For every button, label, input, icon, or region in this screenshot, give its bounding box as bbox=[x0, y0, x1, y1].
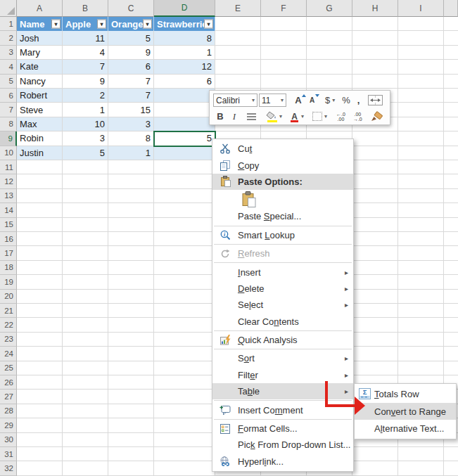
menu-item-convert-to-range[interactable]: Convert to Range bbox=[355, 403, 456, 420]
menu-item-insert[interactable]: Insert▸ bbox=[212, 264, 353, 280]
row-header-31[interactable]: 31 bbox=[0, 447, 17, 461]
menu-item-format-cells[interactable]: Format Cells... bbox=[212, 420, 353, 437]
column-header-F[interactable]: F bbox=[261, 0, 307, 17]
cell[interactable] bbox=[154, 146, 215, 160]
bold-button[interactable]: B bbox=[215, 110, 226, 123]
cell[interactable] bbox=[154, 103, 215, 117]
cell[interactable]: 8 bbox=[108, 131, 154, 146]
increase-decimal-button[interactable]: ←.0 .00 bbox=[334, 110, 348, 123]
row-header-32[interactable]: 32 bbox=[0, 461, 17, 475]
menu-item-alternative-text[interactable]: Alternative Text... bbox=[355, 420, 456, 437]
column-header-B[interactable]: B bbox=[63, 0, 108, 17]
percent-style-button[interactable]: % bbox=[340, 94, 352, 107]
column-header-C[interactable]: C bbox=[108, 0, 154, 17]
cell[interactable] bbox=[154, 117, 215, 131]
row-header-24[interactable]: 24 bbox=[0, 347, 17, 361]
row-header-5[interactable]: 5 bbox=[0, 75, 17, 89]
row-header-27[interactable]: 27 bbox=[0, 390, 17, 404]
row-header-25[interactable]: 25 bbox=[0, 361, 17, 375]
menu-item-filter[interactable]: Filter▸ bbox=[212, 367, 353, 383]
cell[interactable]: 12 bbox=[154, 60, 215, 74]
fill-color-button[interactable]: ▾ bbox=[264, 110, 284, 123]
row-header-18[interactable]: 18 bbox=[0, 261, 17, 275]
cell[interactable]: 10 bbox=[63, 117, 108, 131]
row-header-21[interactable]: 21 bbox=[0, 304, 17, 318]
grow-font-button[interactable]: A bbox=[291, 94, 305, 107]
menu-item-table[interactable]: Table▸ bbox=[212, 383, 353, 399]
menu-item-paste-options[interactable]: Paste Options: bbox=[212, 174, 353, 190]
cell[interactable]: 4 bbox=[63, 46, 108, 60]
cell[interactable]: Max bbox=[17, 117, 63, 131]
menu-item-sort[interactable]: Sort▸ bbox=[212, 350, 353, 366]
cell[interactable] bbox=[154, 89, 215, 103]
row-header-17[interactable]: 17 bbox=[0, 246, 17, 260]
row-header-23[interactable]: 23 bbox=[0, 333, 17, 347]
row-header-26[interactable]: 26 bbox=[0, 375, 17, 390]
row-header-1[interactable]: 1 bbox=[0, 17, 17, 31]
font-size-select[interactable]: 11 ▾ bbox=[259, 94, 286, 107]
cell[interactable]: Justin bbox=[17, 146, 63, 160]
cell[interactable]: 5 bbox=[63, 146, 108, 160]
menu-item-paste-special[interactable]: Paste Special... bbox=[212, 208, 353, 224]
cell[interactable]: 1 bbox=[108, 146, 154, 160]
row-header-2[interactable]: 2 bbox=[0, 31, 17, 45]
column-header-D[interactable]: D bbox=[154, 0, 215, 17]
shrink-font-button[interactable]: A bbox=[305, 94, 319, 107]
italic-button[interactable]: I bbox=[229, 110, 240, 123]
row-header-11[interactable]: 11 bbox=[0, 160, 17, 174]
cell[interactable]: 7 bbox=[108, 75, 154, 89]
cell[interactable]: 5 bbox=[108, 31, 154, 45]
cell[interactable]: Mary bbox=[17, 46, 63, 60]
menu-item-quick-analysis[interactable]: Quick Analysis bbox=[212, 332, 353, 348]
row-header-8[interactable]: 8 bbox=[0, 117, 17, 131]
format-painter-button[interactable] bbox=[369, 110, 385, 123]
accounting-format-button[interactable]: $ ▾ bbox=[323, 94, 337, 107]
column-header-partial[interactable] bbox=[444, 0, 458, 17]
row-header-10[interactable]: 10 bbox=[0, 146, 17, 160]
cell[interactable]: 9 bbox=[63, 75, 108, 89]
cell[interactable]: 6 bbox=[108, 60, 154, 74]
menu-item-totals-row[interactable]: ΣTotals Row bbox=[355, 385, 456, 403]
row-header-19[interactable]: 19 bbox=[0, 275, 17, 289]
cell[interactable]: 1 bbox=[63, 103, 108, 117]
column-header-I[interactable]: I bbox=[398, 0, 444, 17]
row-header-16[interactable]: 16 bbox=[0, 232, 17, 246]
row-header-4[interactable]: 4 bbox=[0, 60, 17, 74]
cell[interactable]: 7 bbox=[63, 60, 108, 74]
row-header-3[interactable]: 3 bbox=[0, 46, 17, 60]
cell[interactable]: Steve bbox=[17, 103, 63, 117]
borders-button[interactable]: ▾ bbox=[310, 110, 329, 123]
row-header-7[interactable]: 7 bbox=[0, 103, 17, 117]
filter-dropdown-icon[interactable]: ▾ bbox=[51, 20, 61, 29]
cell[interactable]: Robin bbox=[17, 131, 63, 146]
row-header-15[interactable]: 15 bbox=[0, 218, 17, 232]
decrease-decimal-button[interactable]: .00 →.0 bbox=[351, 110, 364, 123]
filter-dropdown-icon[interactable]: ▾ bbox=[143, 20, 152, 29]
select-all-corner[interactable] bbox=[0, 0, 17, 17]
cell[interactable]: 3 bbox=[108, 117, 154, 131]
filter-dropdown-icon[interactable]: ▾ bbox=[97, 20, 106, 29]
cell[interactable]: Kate bbox=[17, 60, 63, 74]
cell[interactable]: 9 bbox=[108, 46, 154, 60]
menu-item-clear-contents[interactable]: Clear Contents bbox=[212, 314, 353, 330]
cell[interactable]: Nancy bbox=[17, 75, 63, 89]
row-header-20[interactable]: 20 bbox=[0, 290, 17, 304]
cell[interactable]: 11 bbox=[63, 31, 108, 45]
selected-cell-outline[interactable] bbox=[153, 131, 216, 146]
cell[interactable]: Robert bbox=[17, 89, 63, 103]
merge-center-button[interactable] bbox=[366, 94, 385, 107]
menu-item-pick-from-list[interactable]: Pick From Drop-down List... bbox=[212, 437, 353, 453]
column-header-H[interactable]: H bbox=[352, 0, 398, 17]
cell[interactable]: 3 bbox=[63, 131, 108, 146]
row-header-12[interactable]: 12 bbox=[0, 174, 17, 188]
row-header-22[interactable]: 22 bbox=[0, 318, 17, 332]
font-color-button[interactable]: A ▾ bbox=[288, 110, 306, 123]
center-align-button[interactable] bbox=[244, 110, 259, 123]
column-header-A[interactable]: A bbox=[17, 0, 63, 17]
row-header-30[interactable]: 30 bbox=[0, 433, 17, 447]
menu-item-smart-lookup[interactable]: iSmart Lookup bbox=[212, 227, 353, 243]
menu-item-delete[interactable]: Delete▸ bbox=[212, 281, 353, 297]
row-header-28[interactable]: 28 bbox=[0, 404, 17, 418]
cell[interactable]: 15 bbox=[108, 103, 154, 117]
row-header-14[interactable]: 14 bbox=[0, 203, 17, 217]
